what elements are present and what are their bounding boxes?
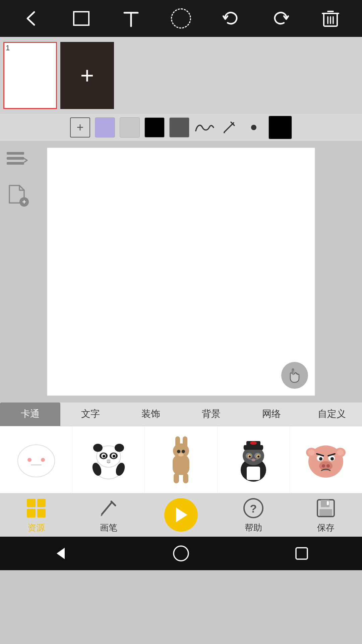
svg-rect-78 bbox=[327, 501, 329, 505]
svg-rect-42 bbox=[247, 467, 260, 480]
svg-point-37 bbox=[182, 450, 185, 453]
svg-point-22 bbox=[115, 444, 124, 452]
add-slide-icon: + bbox=[80, 64, 94, 87]
text-tool-button[interactable] bbox=[118, 5, 144, 32]
tab-custom-label: 自定义 bbox=[318, 408, 346, 420]
help-icon: ? bbox=[242, 496, 265, 520]
tab-text-label: 文字 bbox=[81, 408, 100, 420]
svg-point-66 bbox=[330, 457, 334, 461]
bottom-tabs: 卡通 文字 装饰 背景 网络 自定义 bbox=[0, 402, 362, 426]
svg-marker-79 bbox=[57, 548, 65, 559]
slide-number: 1 bbox=[6, 44, 10, 52]
tab-network[interactable]: 网络 bbox=[241, 402, 302, 426]
svg-rect-81 bbox=[296, 548, 307, 559]
add-color-icon: + bbox=[76, 120, 83, 135]
ellipse-tool-button[interactable] bbox=[168, 5, 194, 32]
svg-point-17 bbox=[41, 458, 45, 462]
resources-label: 资源 bbox=[27, 522, 45, 534]
slide-strip: 1 + bbox=[0, 37, 362, 114]
slide-1-thumb[interactable]: 1 bbox=[3, 42, 57, 109]
svg-point-62 bbox=[337, 449, 344, 455]
add-slide-button[interactable]: + bbox=[60, 42, 114, 109]
system-back-button[interactable] bbox=[47, 540, 74, 567]
svg-point-54 bbox=[257, 455, 259, 458]
tab-background-label: 背景 bbox=[202, 408, 221, 420]
svg-point-16 bbox=[27, 458, 32, 462]
color-tool-bar: + bbox=[0, 114, 362, 141]
add-page-button[interactable]: + bbox=[3, 181, 30, 208]
rect-tool-button[interactable] bbox=[68, 5, 95, 32]
sticker-panda[interactable] bbox=[72, 426, 145, 493]
tab-decoration[interactable]: 装饰 bbox=[121, 402, 181, 426]
sticker-panel bbox=[0, 426, 362, 493]
tab-decoration-label: 装饰 bbox=[141, 408, 160, 420]
drawing-canvas[interactable] bbox=[47, 148, 315, 396]
tab-cartoon-label: 卡通 bbox=[21, 408, 40, 420]
back-button[interactable] bbox=[18, 5, 45, 32]
color-swatch-black[interactable] bbox=[144, 117, 165, 138]
canvas-area: + bbox=[0, 141, 362, 402]
delete-button[interactable] bbox=[317, 5, 344, 32]
layers-button[interactable] bbox=[3, 148, 30, 174]
nav-play[interactable] bbox=[154, 498, 208, 532]
svg-point-80 bbox=[174, 546, 188, 561]
play-button[interactable] bbox=[164, 498, 198, 532]
svg-rect-39 bbox=[174, 473, 179, 483]
top-toolbar bbox=[0, 0, 362, 37]
bottom-nav: 资源 画笔 ? 帮助 bbox=[0, 493, 362, 537]
color-swatch-darkgray[interactable] bbox=[169, 117, 189, 138]
system-home-button[interactable] bbox=[168, 540, 194, 567]
undo-button[interactable] bbox=[218, 5, 244, 32]
svg-point-27 bbox=[103, 455, 105, 458]
tab-text[interactable]: 文字 bbox=[60, 402, 121, 426]
svg-text:?: ? bbox=[250, 502, 257, 515]
nav-help[interactable]: ? 帮助 bbox=[227, 496, 280, 534]
svg-point-55 bbox=[251, 459, 255, 461]
sticker-angry-pig[interactable] bbox=[290, 426, 362, 493]
hand-tool-button[interactable] bbox=[281, 362, 308, 389]
dot-tool[interactable] bbox=[244, 117, 264, 138]
active-color-swatch[interactable] bbox=[268, 116, 292, 139]
pen-tool[interactable] bbox=[219, 117, 239, 138]
sticker-round-face[interactable] bbox=[0, 426, 72, 493]
tab-background[interactable]: 背景 bbox=[181, 402, 241, 426]
color-swatch-purple[interactable] bbox=[95, 117, 115, 138]
svg-rect-35 bbox=[183, 436, 187, 449]
svg-rect-34 bbox=[175, 436, 180, 449]
color-swatch-gray[interactable] bbox=[120, 117, 140, 138]
save-icon bbox=[314, 496, 338, 520]
nav-brush[interactable]: 画笔 bbox=[82, 496, 135, 534]
svg-point-36 bbox=[177, 450, 180, 453]
sticker-cat-captain[interactable] bbox=[218, 426, 290, 493]
system-recents-button[interactable] bbox=[288, 540, 315, 567]
svg-rect-77 bbox=[319, 509, 332, 516]
sticker-rabbit[interactable] bbox=[145, 426, 217, 493]
redo-button[interactable] bbox=[267, 5, 294, 32]
wavy-line-tool[interactable] bbox=[194, 117, 214, 138]
nav-save[interactable]: 保存 bbox=[299, 496, 353, 534]
save-label: 保存 bbox=[317, 522, 335, 534]
svg-point-53 bbox=[249, 455, 251, 458]
svg-point-38 bbox=[178, 453, 184, 457]
resources-icon bbox=[24, 496, 48, 520]
svg-rect-40 bbox=[183, 473, 188, 483]
add-page-badge: + bbox=[19, 197, 29, 207]
svg-rect-0 bbox=[74, 12, 89, 25]
nav-resources[interactable]: 资源 bbox=[9, 496, 63, 534]
brush-icon bbox=[97, 496, 120, 520]
svg-point-65 bbox=[319, 457, 322, 461]
tab-cartoon[interactable]: 卡通 bbox=[0, 402, 60, 426]
tab-custom[interactable]: 自定义 bbox=[302, 402, 362, 426]
tab-network-label: 网络 bbox=[262, 408, 281, 420]
svg-marker-72 bbox=[176, 507, 187, 522]
svg-point-21 bbox=[93, 444, 103, 452]
svg-point-28 bbox=[113, 455, 115, 458]
system-nav bbox=[0, 537, 362, 570]
canvas-left-tools: + bbox=[3, 148, 30, 208]
svg-point-48 bbox=[250, 441, 257, 445]
add-color-button[interactable]: + bbox=[70, 117, 90, 138]
svg-point-70 bbox=[322, 464, 325, 468]
svg-point-15 bbox=[18, 445, 55, 477]
svg-point-29 bbox=[107, 459, 111, 462]
help-label: 帮助 bbox=[245, 522, 262, 534]
